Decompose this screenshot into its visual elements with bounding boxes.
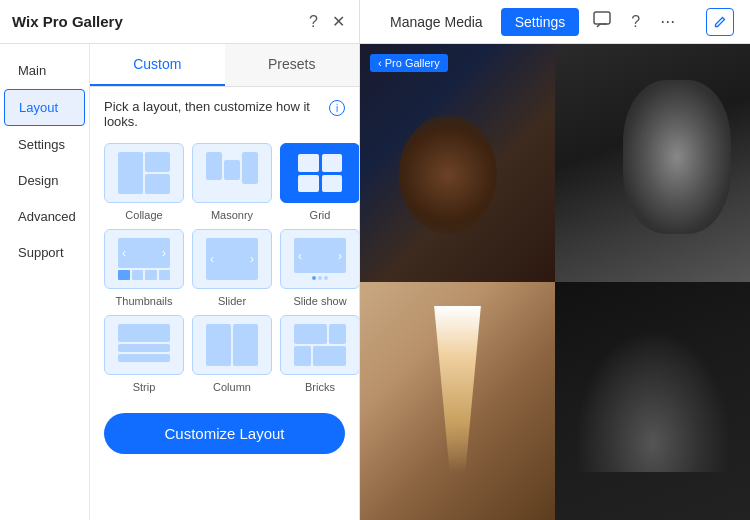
brick-1 — [294, 324, 327, 344]
help-icon-button[interactable]: ? — [307, 11, 320, 33]
column-icon-shape — [206, 324, 258, 366]
sidebar-item-design[interactable]: Design — [4, 163, 85, 198]
collage-layout-icon — [104, 143, 184, 203]
bricks-row-1 — [294, 324, 346, 344]
edit-icon — [713, 15, 727, 29]
slider-main — [206, 238, 258, 280]
bricks-layout-icon — [280, 315, 359, 375]
thumb-4 — [159, 270, 171, 280]
layout-card-column[interactable]: Column — [192, 315, 272, 393]
layout-card-collage[interactable]: Collage — [104, 143, 184, 221]
gallery-nav: Manage Media Settings ? ··· — [360, 0, 750, 43]
thumbnails-layout-icon — [104, 229, 184, 289]
slider-icon-shape — [206, 238, 258, 280]
layout-card-grid[interactable]: Grid — [280, 143, 359, 221]
brick-3 — [294, 346, 311, 366]
grid-cell-2 — [322, 154, 343, 172]
brick-4 — [313, 346, 346, 366]
dot-3 — [324, 276, 328, 280]
gallery-cell-speaker — [555, 44, 750, 282]
bricks-icon-shape — [294, 324, 346, 366]
slider-layout-icon — [192, 229, 272, 289]
close-icon-button[interactable]: ✕ — [330, 10, 347, 33]
masonry-label: Masonry — [211, 209, 253, 221]
layout-card-strip[interactable]: Strip — [104, 315, 184, 393]
slideshow-main — [294, 238, 346, 273]
customize-layout-button[interactable]: Customize Layout — [104, 413, 345, 454]
bricks-row-2 — [294, 346, 346, 366]
settings-tab[interactable]: Settings — [501, 8, 580, 36]
info-icon[interactable]: i — [329, 100, 345, 116]
tabs-row: Custom Presets — [90, 44, 359, 87]
grid-cell-4 — [322, 175, 343, 193]
masonry-m3 — [242, 152, 258, 184]
masonry-m1 — [206, 152, 222, 180]
masonry-icon-shape — [206, 152, 258, 194]
more-options-button[interactable]: ··· — [654, 7, 681, 36]
column-label: Column — [213, 381, 251, 393]
collage-c2 — [145, 152, 170, 172]
strip-s3 — [118, 354, 170, 362]
title-icons: ? ✕ — [307, 10, 347, 33]
masonry-m2 — [224, 160, 240, 180]
main-content: Main Layout Settings Design Advanced Sup… — [0, 44, 750, 520]
gallery-grid — [360, 44, 750, 520]
thumbnails-label: Thumbnails — [116, 295, 173, 307]
layout-card-thumbnails[interactable]: Thumbnails — [104, 229, 184, 307]
dots-row — [294, 275, 346, 280]
pick-text-container: Pick a layout, then customize how it loo… — [104, 99, 345, 129]
thumbs-row — [118, 270, 170, 280]
top-bar: Wix Pro Gallery ? ✕ Manage Media Setting… — [0, 0, 750, 44]
layout-grid: Collage Masonry — [104, 143, 345, 393]
sidebar-item-main[interactable]: Main — [4, 53, 85, 88]
gallery-cell-light — [360, 282, 555, 520]
col-2 — [233, 324, 258, 366]
layout-card-masonry[interactable]: Masonry — [192, 143, 272, 221]
sidebar-item-advanced[interactable]: Advanced — [4, 199, 85, 234]
strip-icon-shape — [118, 324, 170, 366]
sidebar-item-settings[interactable]: Settings — [4, 127, 85, 162]
chat-icon-button[interactable] — [587, 7, 617, 37]
left-panel-inner: Main Layout Settings Design Advanced Sup… — [0, 44, 359, 520]
grid-cell-3 — [298, 175, 319, 193]
bricks-label: Bricks — [305, 381, 335, 393]
layout-card-slider[interactable]: Slider — [192, 229, 272, 307]
grid-cell-1 — [298, 154, 319, 172]
chat-icon — [593, 11, 611, 29]
help-button[interactable]: ? — [625, 9, 646, 35]
collage-icon-shape — [118, 152, 170, 194]
col-1 — [206, 324, 231, 366]
column-layout-icon — [192, 315, 272, 375]
slideshow-layout-icon — [280, 229, 359, 289]
sidebar-item-support[interactable]: Support — [4, 235, 85, 270]
scrollable-content: Pick a layout, then customize how it loo… — [90, 87, 359, 520]
thumbs-icon-shape — [118, 238, 170, 280]
grid-layout-icon — [280, 143, 359, 203]
strip-s2 — [118, 344, 170, 352]
gallery-edit-button[interactable] — [706, 8, 734, 36]
layout-card-bricks[interactable]: Bricks — [280, 315, 359, 393]
sidebar-item-layout[interactable]: Layout — [4, 89, 85, 126]
strip-label: Strip — [133, 381, 156, 393]
masonry-layout-icon — [192, 143, 272, 203]
svg-rect-0 — [594, 12, 610, 24]
presets-tab[interactable]: Presets — [225, 44, 360, 86]
slider-label: Slider — [218, 295, 246, 307]
dot-2 — [318, 276, 322, 280]
collage-c3 — [145, 174, 170, 194]
layout-card-slideshow[interactable]: Slide show — [280, 229, 359, 307]
thumbs-main — [118, 238, 170, 268]
collage-label: Collage — [125, 209, 162, 221]
gallery-area: ‹ Pro Gallery — [360, 44, 750, 520]
sidebar: Main Layout Settings Design Advanced Sup… — [0, 44, 90, 520]
gallery-cell-bike — [555, 282, 750, 520]
custom-tab[interactable]: Custom — [90, 44, 225, 86]
slideshow-icon-shape — [294, 238, 346, 280]
grid-label: Grid — [310, 209, 331, 221]
pro-gallery-badge[interactable]: ‹ Pro Gallery — [370, 54, 448, 72]
manage-media-tab[interactable]: Manage Media — [376, 8, 497, 36]
content-area: Custom Presets Pick a layout, then custo… — [90, 44, 359, 520]
app-title: Wix Pro Gallery — [12, 13, 307, 30]
dot-1 — [312, 276, 316, 280]
pick-text: Pick a layout, then customize how it loo… — [104, 99, 323, 129]
